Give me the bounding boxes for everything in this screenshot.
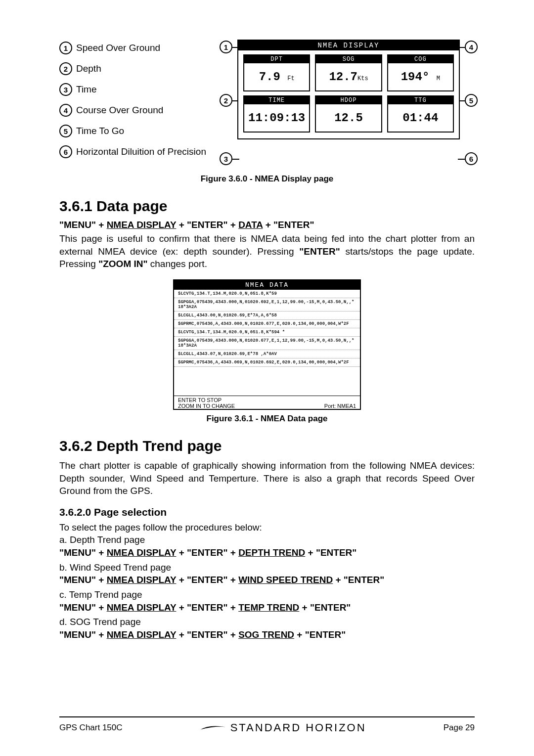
cell-value: 194° [401,70,430,84]
nmea-display-panel: NMEA DISPLAY DPT 7.9 Ft SOG 12.7Kts COG … [237,40,460,139]
nav-sequence-sog: "MENU" + NMEA DISPLAY + "ENTER" + SOG TR… [59,628,475,641]
legend-label: Horizontal Diluition of Precision [76,146,206,157]
heading-361: 3.6.1 Data page [59,198,475,215]
procedure-list: To select the pages follow the procedure… [59,521,475,641]
hint-port: Port: NMEA1 [324,403,356,409]
data-line: $LCGLL,4343.00,N,01020.69,E*7A,A,6*58 [174,311,360,320]
cell-header: HDOP [316,96,381,104]
cell-unit: M [437,75,440,82]
nmea-cell-time: TIME 11:09:13 [243,95,310,133]
cell-header: TTG [388,96,453,104]
cell-header: TIME [244,96,309,104]
brand-text: STANDARD HORIZON [230,721,366,734]
legend-item: 3Time [59,83,208,96]
proc-label: a. Depth Trend page [59,534,475,546]
cell-unit: Ft [287,75,294,82]
heading-3620: 3.6.2.0 Page selection [59,506,475,518]
data-screen-title: NMEA DATA [174,280,360,290]
data-line: $GPRMC,075436,A,4343.069,N,01020.692,E,0… [174,358,360,367]
legend-num: 6 [59,145,72,158]
legend-num: 5 [59,125,72,137]
proc-label: d. SOG Trend page [59,616,475,628]
nav-sequence-temp: "MENU" + NMEA DISPLAY + "ENTER" + TEMP T… [59,601,475,614]
proc-label: b. Wind Speed Trend page [59,561,475,574]
nmea-cell-ttg: TTG 01:44 [387,95,454,133]
callout-2: 2 [220,94,232,107]
legend-item: 2Depth [59,62,208,75]
figure-caption-1: Figure 3.6.1 - NMEA Data page [59,414,475,424]
data-line: $GPGGA,075439,4343.000,N,01020.692,E,1,1… [174,298,360,311]
data-line: $LCVTG,134.T,134.M,020.0,N,051.8,K*594 * [174,328,360,337]
proc-label: c. Temp Trend page [59,588,475,601]
callout-6: 6 [465,152,478,165]
legend-num: 4 [59,104,72,117]
legend-item: 4Course Over Ground [59,104,208,117]
footer-right: Page 29 [444,723,475,733]
legend-num: 1 [59,42,72,54]
cell-value: 7.9 [259,70,280,84]
cell-header: DPT [244,55,309,63]
data-line: $GPGGA,075439,4343.000,N,01020.677,E,1,1… [174,337,360,350]
proc-intro: To select the pages follow the procedure… [59,521,475,534]
nav-sequence-depth: "MENU" + NMEA DISPLAY + "ENTER" + DEPTH … [59,546,475,559]
nav-sequence-data: "MENU" + NMEA DISPLAY + "ENTER" + DATA +… [59,220,475,230]
data-line: $LCVTG,134.T,134.M,020.0,N,051.8,K*59 [174,290,360,298]
footer-left: GPS Chart 150C [59,723,123,733]
callout-5: 5 [465,94,478,107]
nmea-display-title: NMEA DISPLAY [238,41,459,50]
callout-4: 4 [465,41,478,53]
cell-unit: Kts [357,75,368,82]
cell-value: 12.5 [334,111,363,125]
callout-3: 3 [220,152,232,165]
callout-1: 1 [220,41,232,53]
legend-label: Course Over Ground [76,105,163,116]
legend-label: Time To Go [76,126,124,136]
legend-label: Depth [76,63,101,74]
display-column: 1 2 3 4 5 6 NMEA DISPLAY DPT 7.9 Ft SOG … [222,40,475,166]
para-361: This page is useful to confirm that ther… [59,232,475,270]
legend-num: 3 [59,83,72,96]
nmea-cell-hdop: HDOP 12.5 [315,95,382,133]
figure-caption-0: Figure 3.6.0 - NMEA Display page [59,174,475,184]
cell-header: COG [388,55,453,63]
cell-value: 01:44 [402,111,438,125]
data-line: $GPRMC,075436,A,4343.000,N,01020.677,E,0… [174,320,360,328]
legend-label: Time [76,84,97,95]
legend-item: 5Time To Go [59,125,208,137]
data-screen-hints: ENTER TO STOP ZOOM IN TO CHANGE Port: NM… [174,396,360,409]
cell-value: 12.7 [329,70,357,84]
legend-column: 1Speed Over Ground 2Depth 3Time 4Course … [59,40,208,166]
heading-362: 3.6.2 Depth Trend page [59,438,475,454]
para-362: The chart plotter is capable of graphica… [59,459,475,497]
nmea-cell-dpt: DPT 7.9 Ft [243,54,310,91]
data-line: $LCGLL,4343.07,N,01020.69,E*78 ,A*0AV [174,350,360,358]
nmea-cell-cog: COG 194° M [387,54,454,91]
hint-enter: ENTER TO STOP [178,397,235,403]
figure-3-6-0: 1Speed Over Ground 2Depth 3Time 4Course … [59,40,475,166]
legend-item: 6Horizontal Diluition of Precision [59,145,208,158]
brand-logo: STANDARD HORIZON [200,721,366,734]
figure-3-6-1: NMEA DATA $LCVTG,134.T,134.M,020.0,N,051… [59,279,475,410]
legend-num: 2 [59,62,72,75]
legend-label: Speed Over Ground [76,43,160,53]
nmea-data-screen: NMEA DATA $LCVTG,134.T,134.M,020.0,N,051… [173,279,361,410]
cell-value: 11:09:13 [248,111,305,125]
hint-zoom: ZOOM IN TO CHANGE [178,403,235,409]
legend-item: 1Speed Over Ground [59,42,208,54]
nmea-cell-sog: SOG 12.7Kts [315,54,382,91]
page-footer: GPS Chart 150C STANDARD HORIZON Page 29 [59,716,475,734]
brand-swoosh-icon [200,723,226,732]
nav-sequence-wind: "MENU" + NMEA DISPLAY + "ENTER" + WIND S… [59,574,475,586]
cell-header: SOG [316,55,381,63]
